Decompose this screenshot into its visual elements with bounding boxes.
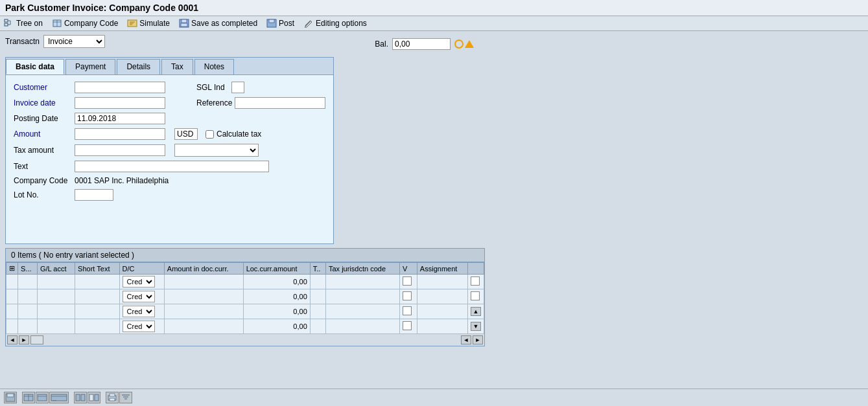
row-select-checkbox[interactable]	[471, 291, 480, 300]
table-row: Cred... 0,00	[6, 289, 484, 304]
simulate-icon	[127, 18, 137, 28]
save-as-completed-label: Save as completed	[191, 19, 257, 28]
save-icon	[179, 18, 189, 28]
tax-dropdown[interactable]	[174, 144, 259, 157]
editing-options-label: Editing options	[316, 19, 367, 28]
items-table: ⊞ S... G/L acct Short Text D/C Amount in…	[6, 262, 484, 334]
scroll-right-btn[interactable]: ►	[19, 335, 29, 344]
v-checkbox[interactable]	[403, 291, 412, 300]
col-gl-acct: G/L acct	[37, 263, 75, 275]
tab-details[interactable]: Details	[117, 59, 160, 74]
tab-tax[interactable]: Tax	[161, 59, 193, 74]
expand-icon: ⊞	[9, 264, 15, 272]
col-end	[468, 263, 484, 275]
scroll-down-btn[interactable]: ▼	[471, 322, 481, 331]
invoice-date-label: Invoice date	[14, 98, 72, 107]
sgl-ind-input[interactable]	[231, 82, 244, 93]
v-checkbox[interactable]	[403, 306, 412, 315]
items-section: 0 Items ( No entry variant selected ) ⊞ …	[5, 248, 485, 346]
toolbar: Tree on Company Code Simulate Save as co…	[0, 16, 868, 31]
tree-icon	[4, 18, 14, 28]
svg-rect-16	[269, 19, 274, 23]
customer-input[interactable]	[75, 82, 165, 93]
svg-rect-0	[5, 19, 8, 22]
col-v: V	[399, 263, 417, 275]
scroll-thumb[interactable]	[30, 335, 43, 344]
company-code-value: 0001 SAP Inc. Philadelphia	[75, 176, 169, 185]
col-short-text: Short Text	[75, 263, 119, 275]
col-tax-jurisdctn: Tax jurisdctn code	[325, 263, 399, 275]
post-button[interactable]: Post	[266, 18, 294, 28]
tax-amount-input[interactable]	[75, 144, 165, 156]
invoice-date-input[interactable]	[75, 97, 165, 109]
simulate-button[interactable]: Simulate	[127, 18, 170, 28]
simulate-label: Simulate	[139, 19, 170, 28]
tab-notes[interactable]: Notes	[194, 59, 234, 74]
dc-select[interactable]: Cred...	[123, 276, 155, 288]
text-label: Text	[14, 162, 72, 171]
dc-select[interactable]: Cred...	[123, 291, 155, 302]
company-code-button[interactable]: Company Code	[52, 18, 118, 28]
tree-on-button[interactable]: Tree on	[4, 18, 43, 28]
svg-rect-13	[182, 19, 187, 23]
balance-input[interactable]	[392, 38, 451, 50]
company-code-label: Company Code	[64, 19, 118, 28]
posting-date-input[interactable]	[75, 113, 165, 124]
balance-label: Bal.	[375, 39, 388, 49]
triangle-icon	[465, 40, 474, 48]
text-input[interactable]	[75, 161, 269, 172]
tab-payment[interactable]: Payment	[65, 59, 115, 74]
scroll-up-btn[interactable]: ▲	[471, 307, 481, 316]
sgl-ind-label: SGL Ind	[196, 83, 229, 92]
items-count-label: 0 Items ( No entry variant selected )	[11, 251, 134, 260]
col-amount-doc: Amount in doc.curr.	[164, 263, 243, 275]
post-icon	[266, 18, 277, 28]
posting-date-label: Posting Date	[14, 114, 72, 123]
horizontal-scroll-bar[interactable]: ◄ ► ◄ ►	[6, 334, 484, 346]
amount-label: Amount	[14, 130, 72, 139]
status-icons	[454, 39, 474, 49]
post-label: Post	[279, 19, 294, 28]
col-dc: D/C	[119, 263, 164, 275]
pencil-icon	[303, 18, 314, 28]
scroll-right-end-btn[interactable]: ◄	[461, 335, 471, 344]
row-select-checkbox[interactable]	[471, 276, 480, 286]
calculate-tax-label: Calculate tax	[217, 130, 261, 139]
title-bar: Park Customer Invoice: Company Code 0001	[0, 0, 868, 16]
scroll-right-end-btn2[interactable]: ►	[473, 335, 483, 344]
svg-rect-14	[181, 23, 187, 27]
svg-marker-18	[305, 21, 312, 27]
items-header: 0 Items ( No entry variant selected )	[6, 249, 484, 262]
table-row: Cred... 0,00 ▲	[6, 304, 484, 319]
company-code-field-label: Company Code	[14, 176, 72, 185]
currency-input[interactable]	[174, 128, 198, 140]
page-title: Park Customer Invoice: Company Code 0001	[5, 3, 198, 13]
v-checkbox[interactable]	[403, 276, 412, 286]
editing-options-button[interactable]: Editing options	[303, 18, 367, 28]
scroll-left-btn[interactable]: ◄	[7, 335, 18, 344]
tabs-container: Basic data Payment Details Tax Notes	[5, 57, 334, 244]
tab-basic-data[interactable]: Basic data	[6, 59, 64, 74]
dc-select[interactable]: Cred...	[123, 321, 155, 332]
col-loc-curr: Loc.curr.amount	[243, 263, 310, 275]
table-row: Cred... 0,00 ▼	[6, 319, 484, 334]
v-checkbox[interactable]	[403, 321, 412, 330]
col-checkbox: ⊞	[6, 263, 18, 275]
tree-on-label: Tree on	[16, 19, 43, 28]
reference-input[interactable]	[235, 97, 325, 109]
table-row: Cred... 0,00	[6, 275, 484, 289]
save-as-completed-button[interactable]: Save as completed	[179, 18, 257, 28]
lot-no-label: Lot No.	[14, 190, 72, 199]
dc-select[interactable]: Cred...	[123, 306, 155, 317]
calculate-tax-checkbox[interactable]	[205, 130, 214, 139]
tax-amount-label: Tax amount	[14, 146, 72, 155]
col-t: T..	[310, 263, 325, 275]
reference-label: Reference	[196, 98, 232, 107]
col-assignment: Assignment	[417, 263, 467, 275]
svg-rect-1	[5, 23, 8, 26]
customer-label: Customer	[14, 83, 72, 92]
amount-input[interactable]	[75, 128, 165, 140]
transaction-select[interactable]: Invoice Credit memo Debit memo	[43, 35, 105, 48]
lot-no-input[interactable]	[75, 189, 113, 201]
col-s: S...	[18, 263, 38, 275]
